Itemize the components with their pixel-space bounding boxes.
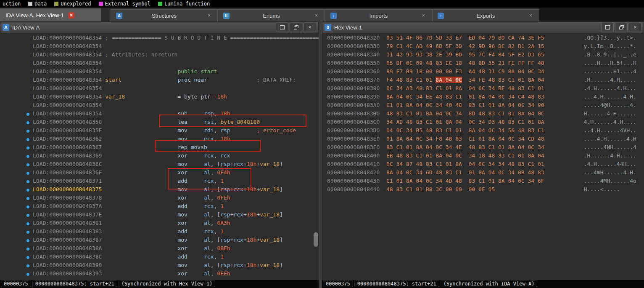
hex-row[interactable]: 00000000080483B0 48 83 C1 01 8A 04 0C 34… (322, 110, 644, 119)
disasm-line[interactable]: LOAD:000000000804838A xor al, 0BEh (0, 245, 319, 253)
disasm-line[interactable]: LOAD:000000000804836F xor al, 0F4h (0, 169, 319, 178)
scrollbar-thumb[interactable] (314, 232, 318, 247)
breakpoint-dot[interactable] (26, 113, 29, 116)
hex-byte: C1 (455, 93, 462, 100)
disasm-line[interactable]: LOAD:0000000008048387 mov al, [rsp+rcx+1… (0, 237, 319, 245)
hex-row[interactable]: 00000000080483D0 04 0C 34 B5 48 83 C1 01… (322, 127, 644, 136)
hex-row[interactable]: 0000000008048410 0C 34 87 48 83 C1 01 8A… (322, 161, 644, 169)
hex-row[interactable]: 0000000008048420 8A 04 0C 34 6D 48 83 C1… (322, 169, 644, 178)
disasm-line[interactable]: LOAD:0000000008048354 (0, 85, 319, 93)
breakpoint-dot[interactable] (26, 147, 29, 149)
float-button[interactable] (615, 23, 628, 32)
disasm-line[interactable]: LOAD:0000000008048367 rep movsb (0, 144, 319, 152)
disasm-line[interactable]: LOAD:0000000008048354 start proc near ; … (0, 77, 319, 85)
breakpoint-dot[interactable] (26, 205, 29, 208)
tab-close-icon[interactable]: × (206, 13, 212, 19)
hex-byte: C1 (396, 144, 403, 150)
disasm-line[interactable]: LOAD:0000000008048354 sub rsp, 18h (0, 110, 319, 119)
disasm-line[interactable]: LOAD:0000000008048390 mov al, [rsp+rcx+1… (0, 262, 319, 270)
hex-row[interactable]: 0000000008048320 03 51 4F 86 7D 5D 33 E7… (322, 35, 644, 43)
breakpoint-dot[interactable] (26, 239, 29, 242)
hex-row[interactable]: 0000000008048330 79 C1 4C AD 49 6D 5F 3D… (322, 43, 644, 51)
hex-row[interactable]: 0000000008048400 EB 48 83 C1 01 8A 04 0C… (322, 152, 644, 161)
disasm-line[interactable]: LOAD:000000000804837E mov al, [rsp+rcx+1… (0, 211, 319, 220)
restore-button[interactable] (276, 23, 288, 32)
hex-row[interactable]: 0000000008048430 C1 01 8A 04 0C 34 4D 48… (322, 178, 644, 186)
breakpoint-dot[interactable] (26, 273, 29, 276)
hex-row[interactable]: 00000000080483E0 01 8A 04 0C 34 F8 48 83… (322, 136, 644, 144)
breakpoint-dot[interactable] (26, 130, 29, 133)
hex-byte: 40 (446, 102, 452, 108)
disasm-line[interactable]: LOAD:000000000804837A add rcx, 1 (0, 203, 319, 211)
breakpoint-dot[interactable] (26, 264, 29, 267)
hex-row[interactable]: 0000000008048350 05 DF 0C 09 48 83 EC 18… (322, 60, 644, 68)
restore-button[interactable] (601, 23, 614, 32)
breakpoint-dot[interactable] (26, 189, 29, 192)
hex-byte: CD (528, 136, 535, 142)
disasm-line[interactable]: LOAD:0000000008048371 add rcx, 1 (0, 178, 319, 186)
disasm-line[interactable]: LOAD:0000000008048354 (0, 60, 319, 68)
close-button[interactable]: × (629, 23, 641, 32)
disasm-line[interactable]: LOAD:0000000008048375 mov al, [rsp+rcx+1… (0, 186, 319, 195)
tab-enums[interactable]: EEnums× (218, 9, 325, 21)
disasm-line[interactable]: LOAD:0000000008048362 mov ecx, 18h (0, 136, 319, 144)
float-button[interactable] (290, 23, 302, 32)
breakpoint-dot[interactable] (26, 222, 29, 225)
hex-row[interactable]: 0000000008048440 48 83 C1 01 B8 3C 00 00… (322, 186, 644, 195)
hex-byte: 04 (386, 127, 393, 133)
disasm-line[interactable]: LOAD:0000000008048354 ; =============== … (0, 35, 319, 43)
hex-byte: E7 (396, 68, 403, 75)
hex-row[interactable]: 0000000008048360 89 E7 B9 18 00 00 00 F3… (322, 68, 644, 77)
breakpoint-dot[interactable] (26, 256, 29, 259)
disasm-line[interactable]: LOAD:0000000008048354 (0, 102, 319, 110)
tab-exports[interactable]: ↑Exports× (432, 9, 539, 21)
tab-ida-view-a-hex-view-1[interactable]: IDA View-A, Hex View-1× (0, 8, 101, 21)
code-segment: , (214, 178, 221, 184)
hex-gap (380, 161, 386, 167)
status-cell: 00000375 (323, 280, 353, 287)
breakpoint-dot[interactable] (26, 138, 29, 141)
disasm-line[interactable]: LOAD:0000000008048354 ; Attributes: nore… (0, 51, 319, 60)
breakpoint-dot[interactable] (26, 197, 29, 200)
hex-byte: 82 (508, 43, 515, 49)
disasm-line[interactable]: LOAD:0000000008048383 add rcx, 1 (0, 228, 319, 237)
tab-close-icon[interactable]: × (420, 13, 427, 19)
disasm-line[interactable]: LOAD:0000000008048354 public start (0, 68, 319, 77)
hex-row[interactable]: 0000000008048390 8A 04 0C 34 EE 48 83 C1… (322, 93, 644, 102)
tab-close-icon[interactable]: × (528, 13, 534, 19)
hex-row[interactable]: 00000000080483F0 83 C1 01 8A 04 0C 34 4E… (322, 144, 644, 152)
disasm-line[interactable]: LOAD:0000000008048369 xor rcx, rcx (0, 152, 319, 161)
hex-row[interactable]: 00000000080483A0 C1 01 8A 04 0C 34 40 48… (322, 102, 644, 110)
tab-close-icon[interactable]: × (68, 12, 74, 19)
tab-close-icon[interactable]: × (313, 13, 319, 19)
disasm-line[interactable]: LOAD:0000000008048378 xor al, 0FEh (0, 195, 319, 203)
tab-structures[interactable]: AStructures× (111, 9, 218, 21)
hex-sep (534, 77, 538, 83)
breakpoint-dot[interactable] (26, 231, 29, 234)
disasm-line[interactable]: LOAD:0000000008048393 xor al, 0EEh (0, 270, 319, 279)
hex-row[interactable]: 0000000008048370 F4 48 83 C1 01 8A 04 0C… (322, 77, 644, 85)
disasm-line[interactable]: LOAD:0000000008048381 xor al, 0A3h (0, 220, 319, 228)
breakpoint-dot[interactable] (26, 248, 29, 251)
disasm-line[interactable]: LOAD:0000000008048354 (0, 43, 319, 51)
breakpoint-dot[interactable] (26, 172, 29, 175)
legend-swatch (99, 2, 103, 6)
breakpoint-dot[interactable] (26, 214, 29, 217)
hex-row[interactable]: 00000000080483C0 34 AD 48 83 C1 01 8A 04… (322, 119, 644, 127)
disasm-line[interactable]: LOAD:000000000804835F mov rdi, rsp ; err… (0, 127, 319, 136)
code-segment: + (256, 161, 260, 167)
breakpoint-dot[interactable] (26, 155, 29, 158)
breakpoint-dot[interactable] (26, 180, 29, 183)
hex-row[interactable]: 0000000008048380 0C 34 A3 48 83 C1 01 8A… (322, 85, 644, 93)
tab-imports[interactable]: ↓Imports× (325, 9, 432, 21)
close-button[interactable]: × (304, 23, 316, 32)
hex-row[interactable]: 0000000008048340 11 42 93 93 38 2E 39 BD… (322, 51, 644, 60)
disasm-line[interactable]: LOAD:000000000804838C add rcx, 1 (0, 253, 319, 262)
hex-byte: 03 (386, 35, 393, 41)
breakpoint-dot[interactable] (26, 163, 29, 166)
disasm-line[interactable]: LOAD:0000000008048358 lea rsi, byte_8048… (0, 119, 319, 127)
breakpoint-dot[interactable] (26, 121, 29, 124)
disasm-line[interactable]: LOAD:0000000008048354 var_18 = byte ptr … (0, 93, 319, 102)
disasm-line[interactable]: LOAD:000000000804836C mov al, [rsp+rcx+1… (0, 161, 319, 169)
hex-ascii: .....4@H......4. (584, 102, 636, 108)
